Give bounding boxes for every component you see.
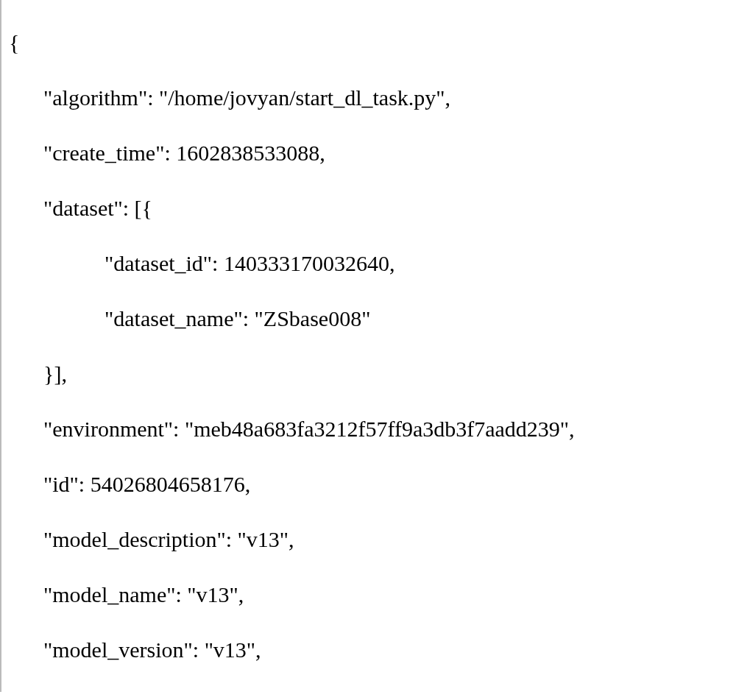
- json-line-model-name: "model_name": "v13",: [5, 567, 732, 622]
- json-line-dataset-name: "dataset_name": "ZSbase008": [5, 291, 732, 346]
- json-line-open-brace: {: [5, 15, 732, 70]
- json-document: { "algorithm": "/home/jovyan/start_dl_ta…: [0, 0, 736, 692]
- json-line-create-time: "create_time": 1602838533088,: [5, 125, 732, 180]
- json-line-dataset-id: "dataset_id": 140333170032640,: [5, 236, 732, 291]
- json-line-algorithm: "algorithm": "/home/jovyan/start_dl_task…: [5, 70, 732, 125]
- json-line-dataset-close: }],: [5, 346, 732, 401]
- json-line-environment: "environment": "meb48a683fa3212f57ff9a3d…: [5, 401, 732, 456]
- json-line-model-version: "model_version": "v13",: [5, 622, 732, 677]
- json-line-dataset-open: "dataset": [{: [5, 180, 732, 236]
- json-line-id: "id": 54026804658176,: [5, 456, 732, 512]
- json-line-model-description: "model_description": "v13",: [5, 512, 732, 567]
